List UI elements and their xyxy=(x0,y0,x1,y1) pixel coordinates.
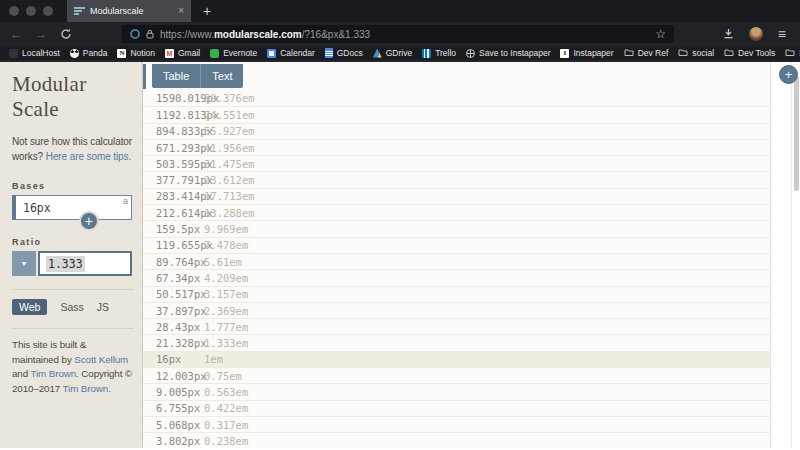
page-modularscale: Modular Scale Not sure how this calculat… xyxy=(0,62,800,448)
ratio-label: Ratio xyxy=(12,237,134,247)
em-value: 55.927em xyxy=(204,125,255,137)
em-value: 1em xyxy=(204,353,223,365)
footer-link[interactable]: Tim Brown xyxy=(31,368,77,379)
bookmark-item[interactable]: Save to Instapaper xyxy=(466,48,550,58)
em-value: 74.551em xyxy=(204,109,255,121)
em-value: 0.317em xyxy=(204,419,248,431)
back-button[interactable]: ← xyxy=(10,28,22,40)
notion-favicon-icon: N xyxy=(117,49,126,58)
bookmarks-bar: LocalHostPandaNNotionMGmailEvernoteCalen… xyxy=(0,46,800,62)
bookmark-item[interactable]: Calendar xyxy=(267,48,315,58)
tab-close-icon[interactable]: × xyxy=(178,6,184,16)
px-value: 894.833px xyxy=(143,125,204,137)
bookmark-item[interactable]: MGmail xyxy=(165,48,200,58)
hamburger-menu-icon[interactable]: ≡ xyxy=(778,27,786,41)
view-tab-text[interactable]: Text xyxy=(200,64,243,88)
base-unit-badge: a xyxy=(123,196,128,206)
bookmark-item[interactable]: GDocs xyxy=(325,48,363,58)
ratio-dropdown-button[interactable]: ▼ xyxy=(12,251,36,276)
bookmark-item[interactable]: Evernote xyxy=(210,48,257,58)
tab-bar: Modularscale × + xyxy=(0,0,800,22)
tips-link[interactable]: Here are some tips. xyxy=(46,151,131,162)
em-value: 0.563em xyxy=(204,386,248,398)
folder-icon xyxy=(624,48,634,59)
browser-tab[interactable]: Modularscale × xyxy=(67,0,191,22)
em-value: 0.422em xyxy=(204,402,248,414)
bookmark-item[interactable]: social xyxy=(678,48,714,59)
table-row: 3.802px0.238em xyxy=(143,432,770,448)
bookmark-label: Gmail xyxy=(178,48,200,58)
tab-title: Modularscale xyxy=(90,6,173,16)
floating-add-button[interactable]: + xyxy=(779,65,798,84)
em-value: 3.157em xyxy=(204,288,248,300)
lang-tab-web[interactable]: Web xyxy=(12,299,47,315)
url-bar[interactable]: https://www.modularscale.com/?16&px&1.33… xyxy=(122,25,674,43)
em-value: 17.713em xyxy=(204,190,255,202)
view-tabs: TableText xyxy=(152,64,243,88)
ratio-field-wrap: ▼ 1.333 xyxy=(12,251,132,276)
bookmark-item[interactable]: GDrive xyxy=(373,48,412,58)
px-value: 12.003px xyxy=(143,370,204,382)
tracking-protection-icon[interactable] xyxy=(130,29,140,39)
bookmark-item[interactable]: Dev Ref xyxy=(624,48,669,59)
px-value: 37.897px xyxy=(143,305,204,317)
bases-label: Bases xyxy=(12,181,134,191)
profile-avatar[interactable] xyxy=(749,27,763,41)
bookmark-label: Trello xyxy=(435,48,456,58)
bookmark-label: Evernote xyxy=(223,48,257,58)
downloads-icon[interactable] xyxy=(723,25,734,43)
lang-tab-sass[interactable]: Sass xyxy=(60,301,83,313)
bookmark-item[interactable]: Trello xyxy=(422,48,456,58)
bookmark-item[interactable]: Dev Tools xyxy=(724,48,775,59)
evernote-favicon-icon xyxy=(210,49,219,58)
bookmark-star-icon[interactable]: ☆ xyxy=(655,28,666,40)
scrollbar-thumb[interactable] xyxy=(794,76,799,191)
table-row: 894.833px55.927em xyxy=(143,123,770,139)
lang-tab-js[interactable]: JS xyxy=(97,301,109,313)
add-base-button[interactable]: + xyxy=(79,211,99,231)
folder-icon xyxy=(678,48,688,59)
window-close-button[interactable] xyxy=(9,6,19,16)
bases-input[interactable]: 16px xyxy=(12,195,132,220)
forward-button[interactable]: → xyxy=(35,28,47,40)
bookmark-item[interactable]: LocalHost xyxy=(9,48,60,58)
table-row: 21.328px1.333em xyxy=(143,334,770,350)
gmail-favicon-icon: M xyxy=(165,49,174,58)
table-row: 6.755px0.422em xyxy=(143,400,770,416)
px-value: 212.614px xyxy=(143,207,204,219)
globe-favicon-icon xyxy=(466,49,475,58)
bookmark-label: social xyxy=(692,48,714,58)
bookmark-label: GDocs xyxy=(337,48,363,58)
table-row-base: 16px1em xyxy=(143,351,770,367)
table-row: 28.43px1.777em xyxy=(143,318,770,334)
ratio-input[interactable]: 1.333 xyxy=(38,251,132,276)
gdrive-favicon-icon xyxy=(373,49,382,58)
em-value: 41.956em xyxy=(204,142,255,154)
site-favicon-icon xyxy=(74,7,85,16)
view-tab-table[interactable]: Table xyxy=(152,64,200,88)
bookmark-item[interactable]: NNotion xyxy=(117,48,155,58)
px-value: 6.755px xyxy=(143,402,204,414)
scrollbar-track xyxy=(791,62,792,448)
reload-button[interactable] xyxy=(60,28,72,40)
bookmark-item[interactable]: Design_Ref xyxy=(785,48,800,59)
footer-link[interactable]: Scott Kellum xyxy=(74,354,128,365)
bookmark-label: Calendar xyxy=(280,48,315,58)
bookmark-item[interactable]: IInstapaper xyxy=(560,48,613,58)
new-tab-button[interactable]: + xyxy=(203,4,211,18)
sidebar: Modular Scale Not sure how this calculat… xyxy=(0,62,143,448)
px-value: 89.764px xyxy=(143,256,204,268)
window-zoom-button[interactable] xyxy=(43,6,53,16)
page-title: Modular Scale xyxy=(12,72,134,122)
folder-icon xyxy=(724,48,734,59)
right-gutter: + xyxy=(770,62,800,448)
bookmark-label: Dev Tools xyxy=(738,48,775,58)
em-value: 1.777em xyxy=(204,321,248,333)
bookmark-item[interactable]: Panda xyxy=(70,48,108,58)
footer-link[interactable]: Tim Brown. xyxy=(63,383,111,394)
bookmark-label: Instapaper xyxy=(573,48,613,58)
window-minimize-button[interactable] xyxy=(26,6,36,16)
px-value: 16px xyxy=(143,353,204,365)
em-value: 31.475em xyxy=(204,158,255,170)
lock-icon xyxy=(146,25,154,43)
